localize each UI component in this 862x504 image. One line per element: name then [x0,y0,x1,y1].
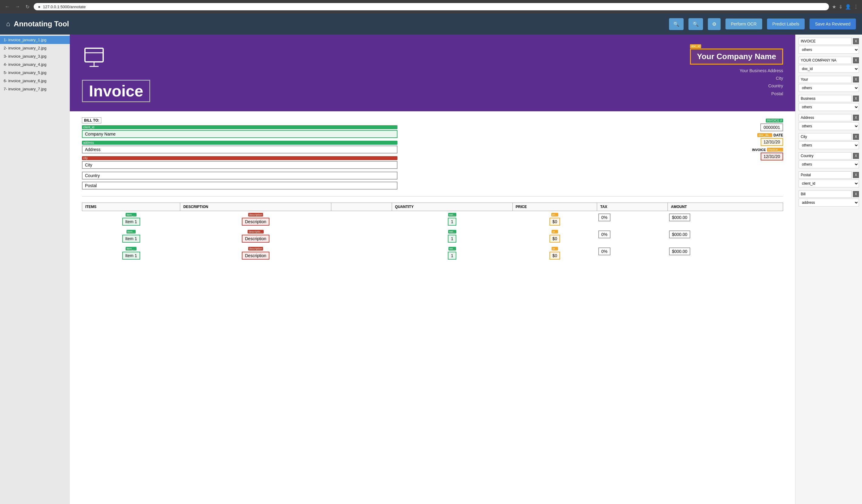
desc-tag-0: description [248,213,263,216]
invoice-body: BILL TO: client_id Company Name address … [70,111,795,268]
panel-item-4: X others doc_idclient_idaddress citycoun… [799,114,859,130]
panel-text-0[interactable] [799,38,852,45]
sidebar-item-3[interactable]: 4- invoice_january_4.jpg [0,60,70,68]
globe-icon: ● [38,4,40,9]
desc-cell-1: descriptio... Description [180,228,331,245]
item-value-1: Item 1 [122,235,140,243]
panel-input-row-5: X [799,133,859,141]
download-button[interactable]: ⇓ [839,4,843,10]
panel-close-2[interactable]: X [853,76,859,82]
panel-item-1: X others doc_idclient_idaddress citycoun… [799,57,859,73]
panel-item-8: X others doc_idclient_idaddress citycoun… [799,190,859,207]
price-cell-2: pr... $0 [512,245,597,262]
save-reviewed-button[interactable]: Save As Reviewed [810,18,856,29]
tax-value-0: 0% [598,213,611,221]
zoom-in-button[interactable]: 🔍 [669,18,683,30]
desc-cell-2: description Description [180,245,331,262]
panel-text-2[interactable] [799,76,852,83]
address-tag: address [82,141,397,145]
city-tag: city [82,156,397,160]
amount-cell-0: $000.00 [668,211,783,228]
back-button[interactable]: ← [4,3,11,11]
invoice-num-value: 0000001 [760,123,783,131]
zoom-out-button[interactable]: 🔍 [689,18,703,30]
panel-select-1[interactable]: others doc_idclient_idaddress citycountr… [799,65,859,73]
panel-close-4[interactable]: X [853,115,859,121]
price-cell-0: pri... $0 [512,211,597,228]
qty-cell-0: wei... 1 [392,211,512,228]
panel-item-7: X others doc_idclient_idaddress citycoun… [799,171,859,187]
app-title-text: Annotating Tool [14,20,69,28]
col-quantity: QUANTITY [392,203,512,211]
panel-select-5[interactable]: others doc_idclient_idaddress citycountr… [799,141,859,149]
panel-item-5: X others doc_idclient_idaddress citycoun… [799,133,859,149]
qty-value-0: 1 [448,218,456,226]
bill-to-block: BILL TO: client_id Company Name address … [82,117,397,190]
home-icon[interactable]: ⌂ [6,20,10,28]
sidebar-item-2[interactable]: 3- invoice_january_3.jpg [0,52,70,60]
panel-select-3[interactable]: others doc_idclient_idaddress citycountr… [799,103,859,111]
qty-cell-1: wei... 1 [392,228,512,245]
panel-select-7[interactable]: others doc_idclient_idaddress citycountr… [799,180,859,187]
sidebar-item-5[interactable]: 6- invoice_january_6.jpg [0,77,70,85]
forward-button[interactable]: → [14,3,21,11]
panel-select-4[interactable]: others doc_idclient_idaddress citycountr… [799,122,859,130]
panel-close-8[interactable]: X [853,191,859,197]
panel-close-3[interactable]: X [853,95,859,102]
browser-actions: ★ ⇓ 👤 ⋮ [832,4,858,10]
table-row: item... Item 1 descriptio... Description [82,228,783,245]
panel-text-8[interactable] [799,190,852,198]
desc-tag-2: description [248,247,263,251]
col-items: ITEMS [82,203,180,211]
settings-button[interactable]: ⚙ [708,18,721,30]
panel-select-2[interactable]: others doc_idclient_idaddress citycountr… [799,84,859,92]
invoice-date-row: doc_da... DATE 12/31/20 [468,133,783,146]
tax-cell-1: 0% [597,228,668,245]
panel-text-4[interactable] [799,114,852,121]
predict-labels-button[interactable]: Predict Labels [767,18,805,29]
client-id-tag: client_id [82,125,397,129]
company-address: Your Business Address City Country Posta… [740,67,783,98]
panel-text-1[interactable] [799,57,852,64]
invoice-date-value: 12/31/20 [761,138,783,146]
bookmark-button[interactable]: ★ [832,4,836,10]
address-value: Address [82,146,397,154]
sidebar-item-4[interactable]: 5- invoice_january_5.jpg [0,68,70,77]
panel-select-6[interactable]: others doc_idclient_idaddress citycountr… [799,160,859,168]
panel-input-row-1: X [799,57,859,64]
panel-close-1[interactable]: X [853,57,859,63]
panel-select-0[interactable]: others doc_idclient_idaddress citycountr… [799,46,859,54]
menu-button[interactable]: ⋮ [853,4,858,10]
invoice-table: ITEMS DESCRIPTION QUANTITY PRICE TAX AMO… [82,202,783,262]
panel-close-5[interactable]: X [853,134,859,140]
panel-close-6[interactable]: X [853,153,859,159]
refresh-button[interactable]: ↻ [24,3,31,11]
panel-text-6[interactable] [799,152,852,160]
company-block: doc_id Your Company Name Your Business A… [690,44,783,98]
due-label: INVOICE [752,148,766,151]
perform-ocr-button[interactable]: Perform OCR [726,18,762,29]
panel-close-0[interactable]: X [853,38,859,44]
city-value: City [82,161,397,169]
panel-text-7[interactable] [799,171,852,178]
sidebar-item-0[interactable]: 1- invoice_january_1.jpg [0,36,70,44]
company-name-field: Company Name [82,130,397,138]
address-bar[interactable]: ● 127.0.0.1:5000/annotate [34,3,829,10]
panel-text-5[interactable] [799,133,852,141]
bill-section: BILL TO: client_id Company Name address … [82,117,783,190]
app-title: ⌂ Annotating Tool [6,20,664,28]
panel-close-7[interactable]: X [853,172,859,178]
qty-tag-2: we... [448,247,456,251]
panel-text-3[interactable] [799,95,852,102]
profile-button[interactable]: 👤 [845,4,851,10]
qty-tag-0: wei... [448,213,456,216]
desc-tag-1: descriptio... [248,230,263,234]
sidebar-item-1[interactable]: 2- invoice_january_2.jpg [0,44,70,52]
amount-cell-1: $000.00 [668,228,783,245]
city-field: city City [82,156,397,170]
panel-select-8[interactable]: others doc_idclient_idaddress citycountr… [799,199,859,207]
right-panel: X others doc_idclient_idaddress citycoun… [795,35,862,504]
sidebar-item-6[interactable]: 7- invoice_january_7.jpg [0,85,70,93]
amount-value-0: $000.00 [669,213,691,221]
invoice-due-row: INVOICE invoice_... 12/31/20 [468,148,783,161]
